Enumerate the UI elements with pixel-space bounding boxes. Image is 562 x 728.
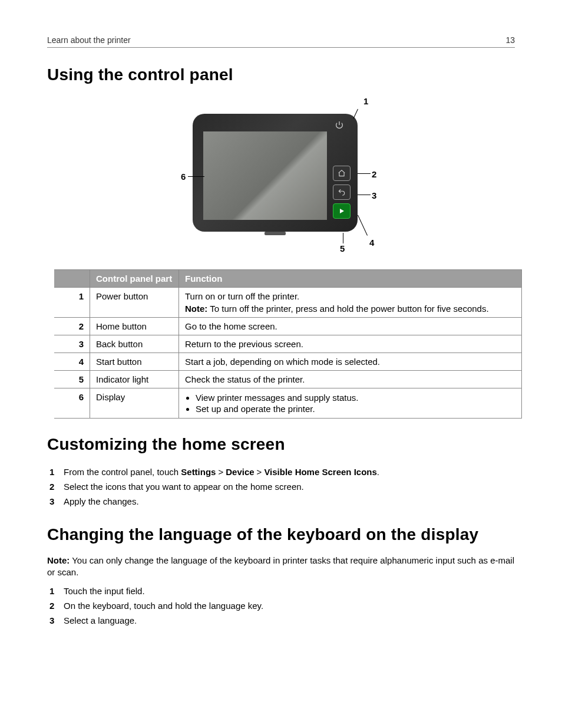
table-row: 3 Back button Return to the previous scr…: [54, 335, 522, 353]
table-header-function: Function: [179, 270, 522, 288]
callout-2: 2: [372, 169, 376, 179]
func-bullets: View printer messages and supply status.…: [185, 392, 515, 414]
table-row: 1 Power button Turn on or turn off the p…: [54, 288, 522, 318]
indicator-light: [265, 232, 286, 235]
func-text: Turn on or turn off the printer.: [185, 291, 515, 301]
func-note: Note: To turn off the printer, press and…: [185, 304, 515, 314]
callout-6: 6: [181, 172, 186, 182]
power-icon: [333, 118, 346, 131]
table-row: 6 Display View printer messages and supp…: [54, 388, 522, 419]
start-icon: [333, 203, 351, 219]
callout-1: 1: [363, 96, 368, 106]
heading-changing-keyboard-language: Changing the language of the keyboard on…: [47, 525, 515, 544]
control-panel-illustration: 1 2 3 4 5 6: [47, 96, 515, 255]
customize-steps: From the control panel, touch Settings>D…: [47, 465, 515, 509]
home-icon: [333, 166, 351, 181]
list-item: Apply the changes.: [58, 494, 515, 509]
list-item: From the control panel, touch Settings>D…: [58, 465, 515, 479]
control-panel-table: Control panel part Function 1 Power butt…: [54, 269, 522, 419]
list-item: Select a language.: [58, 613, 515, 628]
callout-5: 5: [340, 243, 345, 253]
table-row: 5 Indicator light Check the status of th…: [54, 371, 522, 388]
page-number: 13: [505, 35, 515, 45]
table-row: 2 Home button Go to the home screen.: [54, 318, 522, 335]
display-screen: [203, 131, 327, 220]
list-item: Touch the input field.: [58, 584, 515, 598]
table-header-num: [54, 270, 90, 288]
table-row: 4 Start button Start a job, depending on…: [54, 353, 522, 371]
language-note: Note: You can only change the language o…: [47, 555, 515, 579]
back-icon: [333, 185, 351, 200]
list-item: On the keyboard, touch and hold the lang…: [58, 598, 515, 613]
list-item: Select the icons that you want to appear…: [58, 479, 515, 494]
table-header-part: Control panel part: [90, 270, 179, 288]
running-header: Learn about the printer 13: [47, 35, 515, 48]
language-steps: Touch the input field. On the keyboard, …: [47, 584, 515, 628]
header-section-title: Learn about the printer: [47, 35, 131, 45]
control-panel-body: [193, 114, 358, 232]
callout-4: 4: [369, 238, 374, 248]
heading-customizing-home-screen: Customizing the home screen: [47, 435, 515, 454]
heading-using-control-panel: Using the control panel: [47, 65, 515, 84]
callout-3: 3: [372, 190, 376, 200]
